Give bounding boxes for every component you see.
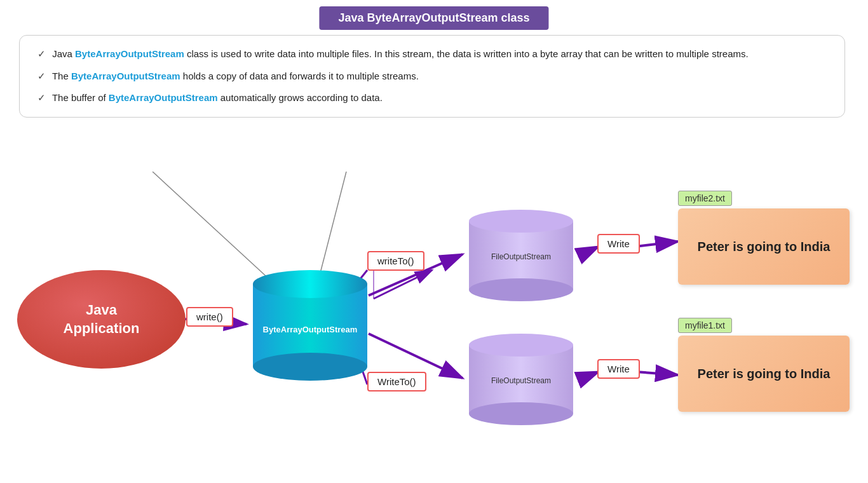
svg-point-24 [469, 334, 573, 357]
file-bottom-tag: myfile1.txt [678, 318, 732, 333]
info-p1-prefix: Java [52, 48, 75, 59]
info-box: ✓ Java ByteArrayOutputStream class is us… [19, 35, 845, 118]
java-app-label: JavaApplication [64, 301, 140, 337]
fos-bottom-cylinder: FileOutputStream [464, 334, 578, 426]
info-p3-prefix: The buffer of [52, 92, 109, 103]
svg-text:ByteArrayOutputStream: ByteArrayOutputStream [263, 325, 358, 334]
svg-point-20 [469, 210, 573, 233]
info-p2-highlight: ByteArrayOutputStream [71, 71, 180, 81]
check-icon-1: ✓ [37, 48, 46, 59]
info-p2-prefix: The [52, 71, 71, 81]
file-top-output: myfile2.txt Peter is going to India [678, 191, 850, 285]
svg-line-14 [318, 172, 346, 283]
check-icon-2: ✓ [37, 71, 46, 81]
write-top-button: Write [597, 234, 640, 254]
diagram-area: JavaApplication write() [0, 172, 868, 483]
page-title: Java ByteArrayOutputStream class [319, 6, 548, 30]
write-method-label: write() [186, 307, 233, 327]
svg-line-6 [374, 270, 432, 299]
java-application-node: JavaApplication [17, 270, 186, 369]
file-bottom-content: Peter is going to India [678, 336, 850, 412]
svg-line-9 [580, 372, 599, 379]
svg-point-21 [469, 278, 573, 301]
write-bottom-button: Write [597, 359, 640, 379]
info-p1-highlight: ByteArrayOutputStream [75, 48, 184, 59]
file-top-tag: myfile2.txt [678, 191, 732, 206]
svg-line-10 [635, 372, 678, 375]
svg-text:FileOutputStream: FileOutputStream [491, 252, 551, 261]
fos-top-cylinder: FileOutputStream [464, 210, 578, 302]
file-top-content: Peter is going to India [678, 208, 850, 285]
svg-point-17 [253, 353, 367, 381]
writeto-bottom-label: WriteTo() [367, 372, 426, 391]
info-p3-suffix: automatically grows according to data. [218, 92, 383, 103]
info-p3-highlight: ByteArrayOutputStream [109, 92, 218, 103]
check-icon-3: ✓ [37, 92, 46, 103]
svg-line-8 [635, 242, 678, 247]
writeto-top-label: writeTo() [367, 251, 424, 271]
file-bottom-output: myfile1.txt Peter is going to India [678, 318, 850, 412]
svg-text:FileOutputStream: FileOutputStream [491, 376, 551, 385]
svg-point-25 [469, 402, 573, 425]
info-p1-suffix: class is used to write data into multipl… [184, 48, 749, 59]
baos-cylinder: ByteArrayOutputStream [247, 270, 374, 381]
svg-point-16 [253, 270, 367, 298]
info-p2-suffix: holds a copy of data and forwards it to … [180, 71, 419, 81]
svg-line-13 [153, 172, 273, 283]
svg-line-7 [580, 247, 599, 255]
